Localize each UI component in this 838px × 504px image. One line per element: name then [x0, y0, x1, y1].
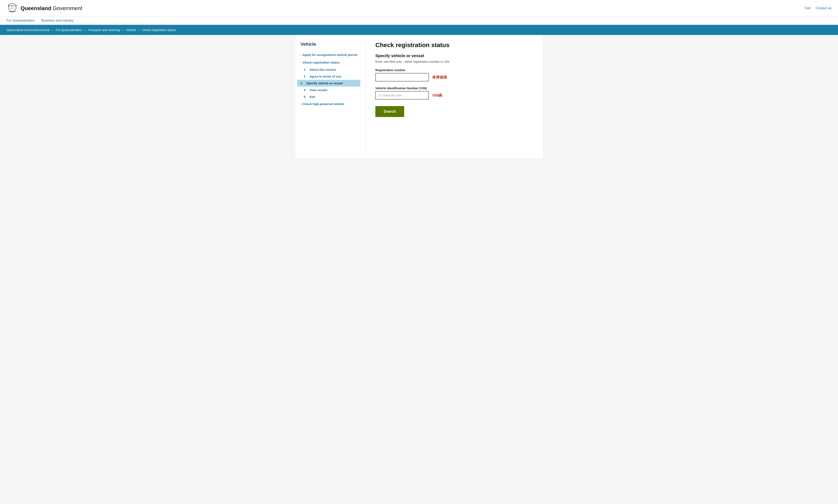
sidebar-sub-item-3-active[interactable]: 3 Specify vehicle or vessel [297, 80, 360, 87]
sidebar-sub-link-specify[interactable]: Specify vehicle or vessel [306, 82, 343, 85]
sidebar-link-check-reg[interactable]: › Check registration status [300, 59, 360, 66]
sidebar: Vehicle › Apply for unregistered vehicle… [296, 35, 366, 158]
registration-number-input[interactable] [376, 73, 429, 82]
sidebar-sub-link-results[interactable]: View results [310, 88, 328, 92]
sidebar-sub-link-exit[interactable]: Exit [310, 95, 315, 98]
sidebar-sub-item-2[interactable]: 2 Agree to terms of use [300, 73, 360, 80]
chevron-icon: › [300, 53, 301, 56]
logo-text: Queensland Government [21, 5, 82, 12]
breadcrumb-sep-3: › [122, 28, 123, 32]
search-button[interactable]: Search [376, 106, 404, 117]
breadcrumb-sep-4: › [138, 28, 139, 32]
cart-link[interactable]: Cart [804, 6, 810, 10]
contact-link[interactable]: Contact us [816, 6, 832, 10]
vin-input[interactable] [376, 91, 429, 100]
main-content: Check registration status Specify vehicl… [366, 35, 542, 158]
breadcrumb-current: Check registration status [142, 28, 176, 32]
sidebar-link-high-powered[interactable]: › Check high-powered vehicle [300, 100, 360, 108]
sidebar-sub-nav: 1 About this service 2 Agree to terms of… [300, 66, 360, 100]
vin-annotation: VIN碼 [432, 93, 442, 98]
section-description: Enter one field only - either registrati… [376, 60, 533, 63]
reg-row: 車牌號碼 [376, 73, 533, 82]
svg-text:QLD: QLD [11, 5, 14, 6]
vin-label: Vehicle Identification Number (VIN) [376, 86, 533, 90]
queensland-crest-icon: QLD GOVT [6, 2, 18, 14]
sidebar-sub-link-terms[interactable]: Agree to terms of use [310, 75, 341, 78]
svg-text:GOVT: GOVT [11, 7, 14, 9]
sidebar-sub-item-1[interactable]: 1 About this service [300, 66, 360, 73]
logo-area: QLD GOVT Queensland Government [6, 2, 82, 14]
chevron-icon: › [300, 61, 301, 64]
breadcrumb: Queensland Government home › For Queensl… [0, 25, 838, 35]
vin-row: VIN碼 [376, 91, 533, 100]
sidebar-item-high-powered: › Check high-powered vehicle [300, 100, 360, 108]
chevron-icon: › [300, 103, 301, 106]
registration-number-group: Registration number 車牌號碼 [376, 68, 533, 82]
sidebar-item-unregistered: › Apply for unregistered vehicle permit [300, 51, 360, 59]
top-nav-links: Cart Contact us [804, 6, 832, 10]
section-title: Specify vehicle or vessel [376, 53, 533, 58]
reg-annotation: 車牌號碼 [432, 75, 447, 80]
sidebar-title: Vehicle [300, 41, 360, 47]
sidebar-nav: › Apply for unregistered vehicle permit … [300, 51, 360, 108]
breadcrumb-sep-2: › [85, 28, 86, 32]
reg-label: Registration number [376, 68, 533, 72]
sidebar-item-check-reg: › Check registration status 1 About this… [300, 59, 360, 100]
breadcrumb-sep-1: › [52, 28, 53, 32]
breadcrumb-transport[interactable]: Transport and motoring [88, 28, 120, 32]
nav-for-queenslanders[interactable]: For Queenslanders [6, 19, 35, 22]
breadcrumb-home[interactable]: Queensland Government home [6, 28, 50, 32]
breadcrumb-for-queenslanders[interactable]: For Queenslanders [56, 28, 82, 32]
sidebar-link-unregistered[interactable]: › Apply for unregistered vehicle permit [300, 51, 360, 59]
sidebar-sub-item-4[interactable]: 4 View results [300, 87, 360, 93]
page-title: Check registration status [376, 41, 533, 49]
vin-group: Vehicle Identification Number (VIN) VIN碼 [376, 86, 533, 100]
sidebar-sub-item-5[interactable]: 5 Exit [300, 93, 360, 100]
nav-business-industry[interactable]: Business and industry [41, 19, 74, 22]
breadcrumb-vehicle[interactable]: Vehicle [126, 28, 136, 32]
main-nav: For Queenslanders Business and industry [0, 17, 838, 25]
sidebar-sub-link-about[interactable]: About this service [310, 68, 336, 71]
